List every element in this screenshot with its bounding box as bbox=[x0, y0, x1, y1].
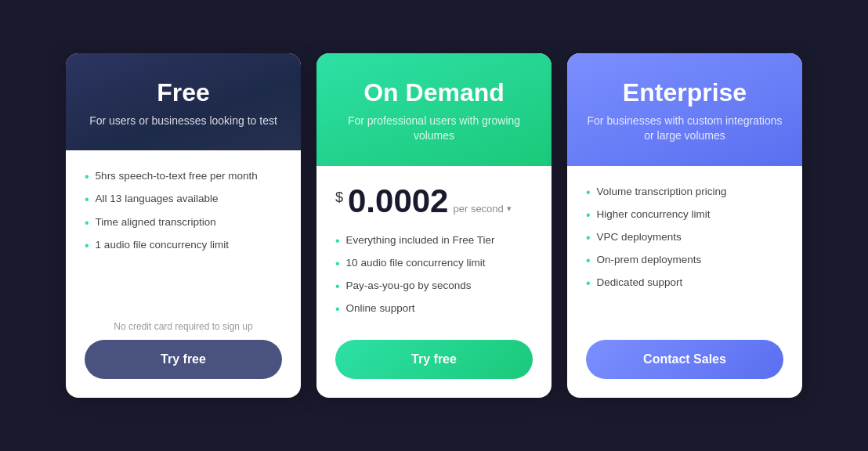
card-free: Free For users or businesses looking to … bbox=[66, 53, 301, 399]
chevron-down-icon: ▾ bbox=[507, 204, 512, 214]
list-item: Everything included in Free Tier bbox=[335, 233, 533, 248]
list-item: 10 audio file concurrency limit bbox=[335, 256, 533, 271]
demand-try-button[interactable]: Try free bbox=[335, 340, 533, 379]
card-demand-header: On Demand For professional users with gr… bbox=[316, 53, 552, 166]
card-free-footer: No credit card required to sign up Try f… bbox=[66, 321, 301, 398]
card-enterprise: Enterprise For businesses with custom in… bbox=[567, 53, 802, 399]
price-amount: 0.0002 bbox=[348, 185, 448, 218]
list-item: Pay-as-you-go by seconds bbox=[335, 279, 533, 294]
enterprise-contact-button[interactable]: Contact Sales bbox=[586, 340, 783, 379]
list-item: Higher concurrency limit bbox=[586, 207, 783, 222]
pricing-container: Free For users or businesses looking to … bbox=[34, 38, 834, 414]
list-item: On-prem deployments bbox=[586, 253, 783, 268]
list-item: Dedicated support bbox=[586, 276, 783, 290]
card-enterprise-footer: Contact Sales bbox=[567, 340, 802, 398]
free-plan-name: Free bbox=[81, 78, 285, 107]
list-item: Volume transcription pricing bbox=[586, 185, 783, 200]
list-item: 1 audio file concurrency limit bbox=[85, 238, 282, 253]
list-item: Time aligned transcription bbox=[85, 215, 282, 230]
enterprise-plan-desc: For businesses with custom integrations … bbox=[583, 114, 787, 144]
demand-features-list: Everything included in Free Tier 10 audi… bbox=[335, 233, 533, 325]
list-item: Online support bbox=[335, 301, 533, 316]
card-enterprise-body: Volume transcription pricing Higher conc… bbox=[567, 166, 802, 341]
demand-plan-desc: For professional users with growing volu… bbox=[332, 114, 536, 144]
card-demand-footer: Try free bbox=[316, 340, 552, 398]
demand-plan-name: On Demand bbox=[332, 78, 536, 107]
list-item: VPC deployments bbox=[586, 230, 783, 245]
card-demand: On Demand For professional users with gr… bbox=[316, 53, 552, 399]
card-free-header: Free For users or businesses looking to … bbox=[66, 53, 301, 151]
enterprise-plan-name: Enterprise bbox=[583, 78, 787, 107]
card-free-body: 5hrs speech-to-text free per month All 1… bbox=[66, 150, 301, 321]
price-section: $ 0.0002 per second ▾ bbox=[335, 185, 533, 218]
free-try-button[interactable]: Try free bbox=[85, 340, 282, 379]
list-item: 5hrs speech-to-text free per month bbox=[85, 169, 282, 184]
price-unit: per second ▾ bbox=[453, 203, 511, 215]
free-features-list: 5hrs speech-to-text free per month All 1… bbox=[85, 169, 282, 305]
card-enterprise-header: Enterprise For businesses with custom in… bbox=[567, 53, 802, 166]
enterprise-features-list: Volume transcription pricing Higher conc… bbox=[586, 185, 783, 325]
price-dollar: $ bbox=[335, 189, 343, 206]
free-plan-desc: For users or businesses looking to test bbox=[81, 114, 285, 129]
no-cc-text: No credit card required to sign up bbox=[114, 321, 252, 332]
card-demand-body: $ 0.0002 per second ▾ Everything include… bbox=[316, 166, 552, 341]
list-item: All 13 languages available bbox=[85, 192, 282, 207]
